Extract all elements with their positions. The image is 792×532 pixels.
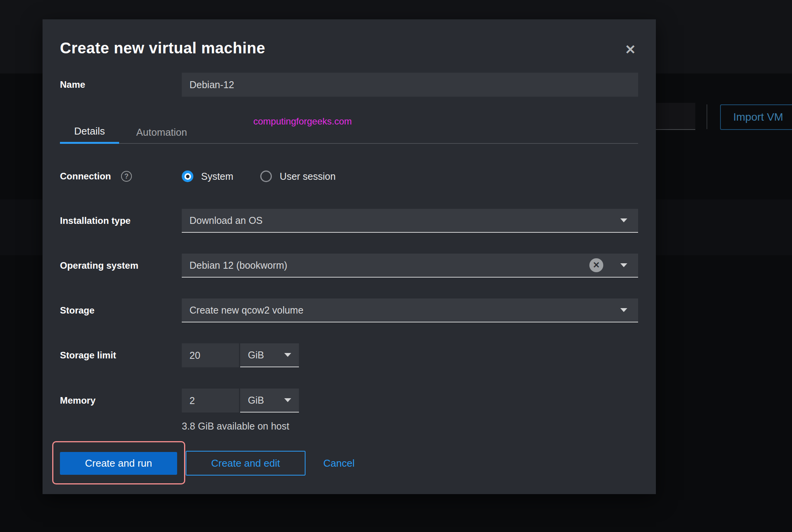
tab-details[interactable]: Details — [60, 121, 119, 144]
tab-automation[interactable]: Automation — [131, 121, 193, 144]
import-vm-button[interactable]: Import VM — [720, 104, 792, 130]
tabs-baseline — [119, 143, 638, 144]
operating-system-value: Debian 12 (bookworm) — [189, 260, 589, 271]
radio-user-session-label[interactable]: User session — [280, 171, 336, 182]
memory-helper-text: 3.8 GiB available on host — [182, 421, 289, 432]
memory-input[interactable] — [182, 389, 239, 413]
close-icon[interactable]: ✕ — [620, 39, 641, 60]
dialog-title: Create new virtual machine — [60, 39, 265, 57]
storage-limit-unit-select[interactable]: GiB — [240, 343, 299, 367]
clear-selection-icon[interactable]: ✕ — [589, 258, 603, 272]
help-icon[interactable]: ? — [121, 171, 132, 182]
create-and-edit-button[interactable]: Create and edit — [186, 451, 306, 476]
radio-system[interactable] — [182, 171, 193, 182]
create-and-run-button[interactable]: Create and run — [60, 452, 177, 475]
caret-down-icon — [284, 398, 291, 402]
connection-label: Connection — [60, 171, 111, 182]
watermark-text: computingforgeeks.com — [253, 116, 352, 127]
installation-type-label: Installation type — [60, 209, 131, 233]
caret-down-icon — [620, 308, 627, 312]
connection-radio-group: System User session — [182, 165, 336, 188]
installation-type-value: Download an OS — [189, 215, 263, 226]
radio-system-label[interactable]: System — [201, 171, 233, 182]
storage-limit-label: Storage limit — [60, 343, 116, 367]
memory-label: Memory — [60, 389, 96, 413]
create-vm-dialog: Create new virtual machine ✕ Name comput… — [43, 19, 656, 494]
toolbar-divider — [707, 104, 707, 129]
caret-down-icon — [284, 353, 291, 357]
operating-system-select[interactable]: Debian 12 (bookworm) ✕ — [182, 254, 638, 278]
name-label: Name — [60, 73, 85, 97]
caret-down-icon — [620, 218, 627, 222]
connection-label-group: Connection ? — [60, 165, 132, 188]
memory-unit-select[interactable]: GiB — [240, 389, 299, 413]
operating-system-label: Operating system — [60, 254, 138, 278]
installation-type-select[interactable]: Download an OS — [182, 209, 638, 233]
caret-down-icon — [620, 263, 627, 267]
storage-limit-input[interactable] — [182, 343, 239, 367]
name-input[interactable] — [182, 73, 638, 97]
memory-unit-value: GiB — [248, 395, 264, 406]
cancel-button[interactable]: Cancel — [323, 451, 355, 476]
storage-value: Create new qcow2 volume — [189, 305, 304, 316]
storage-select[interactable]: Create new qcow2 volume — [182, 298, 638, 322]
radio-user-session[interactable] — [260, 171, 272, 182]
storage-limit-unit-value: GiB — [248, 350, 264, 361]
storage-label: Storage — [60, 298, 94, 322]
